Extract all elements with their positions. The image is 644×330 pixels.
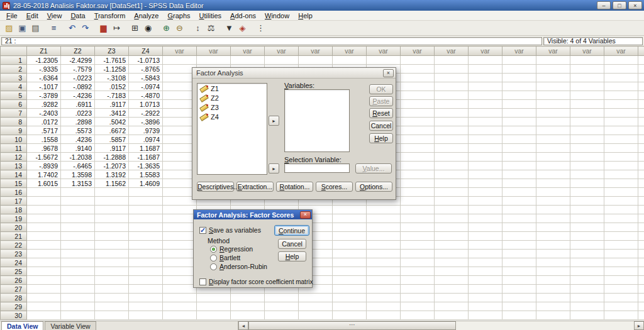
empty-cell[interactable] [570,153,604,162]
row-header[interactable]: 13 [1,162,27,170]
row-header[interactable]: 26 [1,276,27,285]
empty-cell[interactable] [401,109,435,118]
empty-cell[interactable] [604,285,638,294]
empty-cell[interactable] [435,91,469,100]
empty-cell[interactable] [401,153,435,162]
empty-cell[interactable] [604,91,638,100]
empty-cell[interactable] [367,267,401,276]
empty-cell[interactable] [367,294,401,302]
empty-cell[interactable] [469,144,502,153]
empty-cell[interactable] [502,223,536,232]
data-cell[interactable] [129,206,163,214]
data-cell[interactable]: -1.2888 [95,153,129,162]
data-cell[interactable] [95,232,129,241]
menu-item-utilities[interactable]: Utilities [195,11,226,20]
empty-cell[interactable] [367,56,401,65]
empty-cell[interactable] [435,276,469,285]
empty-cell[interactable] [163,302,197,311]
data-cell[interactable]: -.6364 [27,74,61,82]
options-button[interactable]: Options... [355,182,392,192]
empty-cell[interactable] [435,267,469,276]
empty-cell[interactable] [367,258,401,267]
menu-item-file[interactable]: File [2,11,22,20]
empty-cell[interactable] [604,109,638,118]
descriptives-button[interactable]: Descriptives... [197,182,234,192]
data-cell[interactable] [95,311,129,320]
empty-cell[interactable] [333,294,367,302]
empty-cell[interactable] [638,65,644,74]
display-matrix-checkbox[interactable]: Display factor score coefficient matrix [199,278,313,285]
empty-cell[interactable] [163,206,197,214]
data-cell[interactable] [95,214,129,223]
empty-cell[interactable] [299,294,333,302]
data-cell[interactable]: -1.2038 [61,153,95,162]
empty-cell[interactable] [502,188,536,197]
empty-cell[interactable] [435,144,469,153]
data-cell[interactable] [95,294,129,302]
data-cell[interactable] [129,294,163,302]
row-header[interactable]: 11 [1,144,27,153]
empty-cell[interactable] [333,285,367,294]
data-cell[interactable] [129,214,163,223]
empty-cell[interactable] [604,302,638,311]
empty-cell[interactable] [536,188,570,197]
empty-cell[interactable] [570,197,604,206]
data-cell[interactable]: .9117 [95,144,129,153]
empty-cell[interactable] [401,302,435,311]
empty-cell[interactable] [638,188,644,197]
empty-cell[interactable] [502,250,536,258]
data-cell[interactable] [27,311,61,320]
empty-cell[interactable] [570,250,604,258]
empty-cell[interactable] [401,241,435,250]
empty-cell[interactable] [401,311,435,320]
empty-cell[interactable] [401,170,435,179]
empty-cell[interactable] [570,302,604,311]
cancel-button[interactable]: Cancel [278,239,306,249]
weight-cases-icon[interactable]: ⚖ [204,22,218,35]
row-header[interactable]: 5 [1,91,27,100]
empty-cell[interactable] [502,109,536,118]
empty-cell[interactable] [435,100,469,109]
insert-cases-icon[interactable]: ⊕ [160,22,173,35]
variable-item-z3[interactable]: Z3 [197,102,267,112]
empty-cell[interactable] [469,197,502,206]
paste-button[interactable]: Paste [369,96,393,106]
empty-cell[interactable] [536,285,570,294]
empty-cell[interactable] [502,65,536,74]
empty-cell[interactable] [163,214,197,223]
var-column-header[interactable]: var [570,47,604,56]
var-column-header[interactable]: var [367,47,401,56]
var-column-header[interactable]: var [536,47,570,56]
var-column-header[interactable]: var [265,47,299,56]
empty-cell[interactable] [536,135,570,144]
empty-cell[interactable] [570,56,604,65]
menu-item-addons[interactable]: Add-ons [226,11,260,20]
empty-cell[interactable] [502,214,536,223]
var-column-header[interactable]: var [231,47,265,56]
empty-cell[interactable] [401,126,435,135]
data-cell[interactable]: -.4870 [129,91,163,100]
help-button[interactable]: Help [278,251,306,261]
empty-cell[interactable] [469,311,502,320]
empty-cell[interactable] [469,65,502,74]
empty-cell[interactable] [536,294,570,302]
scroll-right-icon[interactable]: ► [634,321,644,330]
empty-cell[interactable] [469,100,502,109]
empty-cell[interactable] [163,276,197,285]
empty-cell[interactable] [469,250,502,258]
data-cell[interactable] [129,276,163,285]
rotation-button[interactable]: Rotation... [276,182,313,192]
data-cell[interactable] [129,241,163,250]
empty-cell[interactable] [367,223,401,232]
data-cell[interactable]: -.2403 [27,109,61,118]
var-column-header[interactable]: var [333,47,367,56]
empty-cell[interactable] [435,294,469,302]
empty-cell[interactable] [638,162,644,170]
data-cell[interactable]: .2898 [61,118,95,126]
cell-reference-field[interactable]: 21 : [1,37,542,45]
empty-cell[interactable] [638,223,644,232]
data-cell[interactable]: .0172 [27,118,61,126]
empty-cell[interactable] [604,144,638,153]
empty-cell[interactable] [570,100,604,109]
empty-cell[interactable] [570,170,604,179]
